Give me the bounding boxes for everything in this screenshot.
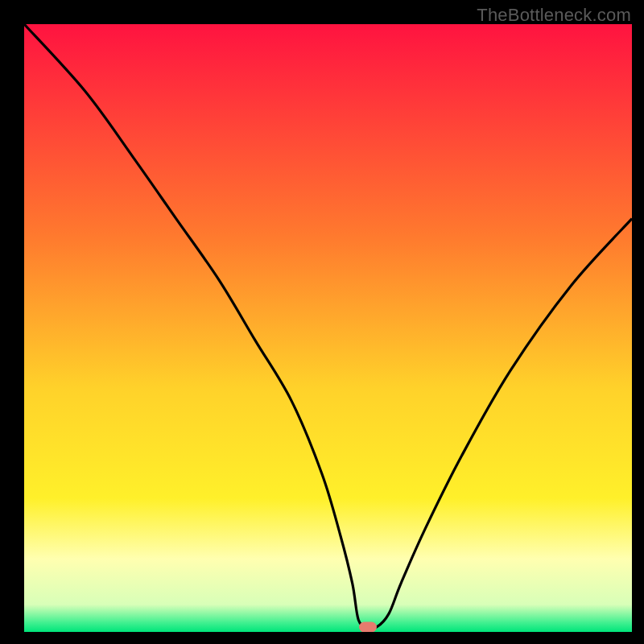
chart-frame: TheBottleneck.com — [0, 0, 644, 644]
bottleneck-curve — [24, 24, 632, 632]
minimum-marker — [359, 621, 377, 632]
watermark-text: TheBottleneck.com — [477, 5, 631, 26]
plot-area — [24, 24, 632, 632]
